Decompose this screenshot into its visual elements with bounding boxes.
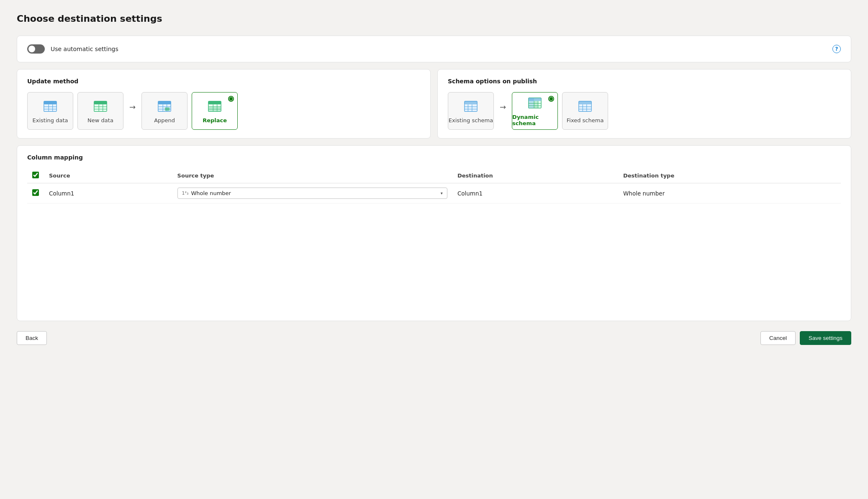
back-button[interactable]: Back	[17, 331, 47, 345]
append-label: Append	[154, 117, 175, 123]
new-data-label: New data	[87, 117, 113, 123]
col-header-checkbox	[27, 168, 44, 183]
chevron-down-icon: ▾	[441, 191, 443, 195]
col-header-destination-type: Destination type	[618, 168, 841, 183]
auto-settings-row: Use automatic settings ?	[17, 36, 851, 62]
source-group: Existing data New data	[27, 92, 123, 130]
row-destination: Column1	[452, 183, 618, 203]
col-header-source-type: Source type	[172, 168, 452, 183]
option-fixed-schema[interactable]: Fixed schema	[562, 92, 608, 130]
option-dynamic-schema[interactable]: Dynamic schema	[512, 92, 558, 130]
two-panel-row: Update method Existing data	[17, 69, 851, 139]
auto-settings-toggle[interactable]	[27, 44, 45, 54]
type-prefix: 1²₃	[182, 190, 189, 196]
auto-settings-card: Use automatic settings ?	[17, 36, 851, 62]
column-mapping-title: Column mapping	[27, 154, 841, 161]
column-mapping-table: Source Source type Destination Destinati…	[27, 168, 841, 203]
dynamic-schema-label: Dynamic schema	[512, 114, 557, 126]
schema-options-options: Existing schema → Dynamic schema	[448, 92, 841, 130]
row-destination-type: Whole number	[618, 183, 841, 203]
svg-rect-34	[529, 98, 541, 101]
col-header-destination: Destination	[452, 168, 618, 183]
auto-settings-left: Use automatic settings	[27, 44, 118, 54]
source-type-label: Whole number	[191, 190, 231, 196]
save-settings-button[interactable]: Save settings	[800, 331, 851, 345]
update-method-title: Update method	[27, 78, 420, 85]
svg-rect-20	[208, 101, 221, 104]
update-method-options: Existing data New data →	[27, 92, 420, 130]
replace-label: Replace	[203, 117, 227, 123]
svg-rect-18	[165, 107, 169, 111]
svg-rect-1	[44, 101, 56, 104]
svg-rect-41	[579, 101, 591, 104]
arrow-separator-2: →	[500, 103, 506, 111]
option-new-data[interactable]: New data	[77, 92, 123, 130]
table-row: Column1 1²₃ Whole number ▾ Column1 Whole…	[27, 183, 841, 203]
row-checkbox-cell	[27, 183, 44, 203]
select-all-checkbox[interactable]	[32, 172, 39, 178]
column-mapping-card: Column mapping Source Source type Destin…	[17, 145, 851, 321]
existing-schema-label: Existing schema	[449, 117, 493, 123]
schema-options-panel: Schema options on publish Existing schem…	[437, 69, 851, 139]
row-checkbox[interactable]	[32, 189, 39, 196]
source-type-select[interactable]: 1²₃ Whole number ▾	[177, 188, 447, 199]
svg-rect-25	[208, 106, 221, 111]
option-existing-data[interactable]: Existing data	[27, 92, 73, 130]
option-append[interactable]: Append	[141, 92, 187, 130]
existing-data-label: Existing data	[33, 117, 68, 123]
btn-group-right: Cancel Save settings	[760, 331, 851, 345]
svg-rect-13	[158, 101, 171, 104]
column-mapping-header-row: Source Source type Destination Destinati…	[27, 168, 841, 183]
option-existing-schema[interactable]: Existing schema	[448, 92, 494, 130]
svg-rect-39	[534, 101, 538, 108]
schema-options-title: Schema options on publish	[448, 78, 841, 85]
col-header-source: Source	[44, 168, 172, 183]
page-title: Choose destination settings	[17, 13, 851, 24]
bottom-bar: Back Cancel Save settings	[17, 328, 851, 345]
fixed-schema-label: Fixed schema	[567, 117, 604, 123]
cancel-button[interactable]: Cancel	[760, 331, 796, 345]
auto-settings-label: Use automatic settings	[51, 46, 118, 52]
svg-rect-27	[465, 101, 477, 104]
help-icon[interactable]: ?	[832, 45, 841, 53]
update-method-panel: Update method Existing data	[17, 69, 431, 139]
svg-rect-7	[94, 101, 107, 104]
arrow-separator-1: →	[129, 103, 136, 111]
option-replace[interactable]: Replace	[192, 92, 238, 130]
row-source: Column1	[44, 183, 172, 203]
row-source-type-cell: 1²₃ Whole number ▾	[172, 183, 452, 203]
